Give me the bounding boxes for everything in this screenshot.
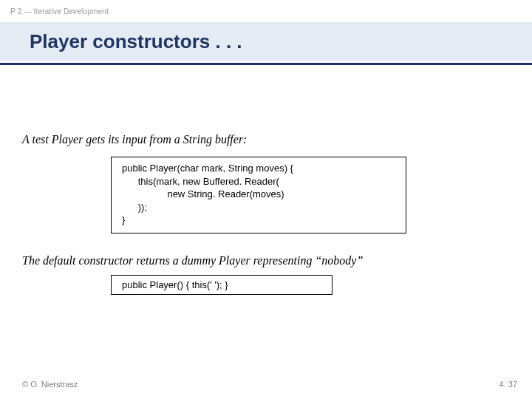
slide-topic: P 2 — Iterative Development <box>10 7 109 16</box>
slide-title: Player constructors . . . <box>0 30 242 53</box>
title-rule <box>0 63 532 65</box>
title-band: Player constructors . . . <box>0 22 532 61</box>
footer-copyright: © O. Nierstrasz <box>22 380 78 389</box>
code-block-2: public Player() { this(' '); } <box>111 275 332 296</box>
slide-body: A test Player gets its input from a Stri… <box>22 133 510 295</box>
lead-text-2: The default constructor returns a dummy … <box>22 254 510 267</box>
code-block-1: public Player(char mark, String moves) {… <box>111 157 406 233</box>
lead-text-1: A test Player gets its input from a Stri… <box>22 133 510 146</box>
slide: P 2 — Iterative Development Player const… <box>0 0 532 399</box>
footer-page-number: 4. 37 <box>499 380 517 389</box>
